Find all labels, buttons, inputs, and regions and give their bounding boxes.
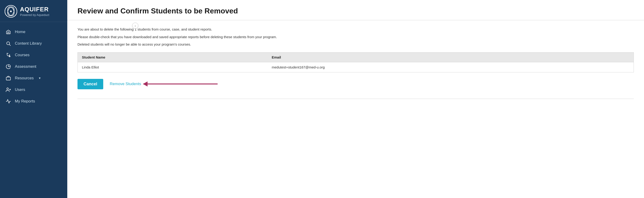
briefcase-icon [6,75,11,81]
search-icon [6,41,11,46]
bottom-divider [78,99,634,99]
sidebar-item-users[interactable]: Users [0,84,67,96]
sidebar-item-users-label: Users [15,88,25,92]
sidebar-item-content-library[interactable]: Content Library [0,38,67,49]
sidebar-item-my-reports[interactable]: My Reports [0,96,67,107]
user-plus-icon [6,87,11,93]
chart-pie-icon [6,64,11,69]
student-name-cell: Linda Elliot [78,62,268,72]
info-line-1: You are about to delete the following 1 … [78,27,634,32]
sidebar-item-assessment-label: Assessment [15,64,36,69]
arrow-head [143,82,148,87]
table-row: Linda Elliotmedutest+student167@med-u.or… [78,62,634,72]
cancel-button[interactable]: Cancel [78,79,103,89]
svg-rect-9 [6,77,10,80]
info-line-3: Deleted students will no longer be able … [78,42,634,47]
sidebar: AQUIFER Powered by Aqueduct Home Cont [0,0,67,198]
page-title: Review and Confirm Students to be Remove… [78,6,634,15]
svg-point-10 [7,88,8,90]
svg-point-3 [10,11,12,12]
sidebar-item-content-library-label: Content Library [15,41,42,46]
remove-students-with-arrow: Remove Students [110,82,218,86]
action-row: Cancel Remove Students [78,79,634,89]
resources-chevron-icon: ▼ [38,77,41,80]
sidebar-item-home-label: Home [15,30,25,34]
sidebar-item-resources[interactable]: Resources ▼ [0,72,67,84]
stethoscope-icon [6,52,11,58]
arrow-indicator [143,84,218,85]
sidebar-item-courses[interactable]: Courses [0,49,67,61]
remove-students-link[interactable]: Remove Students [110,82,141,86]
svg-line-5 [9,44,10,46]
logo-title: AQUIFER [20,6,49,13]
home-icon [6,29,11,35]
sidebar-logo: AQUIFER Powered by Aqueduct [0,0,67,22]
sidebar-item-assessment[interactable]: Assessment [0,61,67,72]
table-header-email: Email [268,52,634,62]
student-email-cell: medutest+student167@med-u.org [268,62,634,72]
chart-line-icon [6,99,11,104]
table-header-name: Student Name [78,52,268,62]
sidebar-item-courses-label: Courses [15,53,30,57]
main-content: ‹ Review and Confirm Students to be Remo… [67,0,644,198]
sidebar-item-resources-label: Resources [15,76,34,81]
logo-subtitle: Powered by Aqueduct [20,13,49,17]
info-line-2: Please double-check that you have downlo… [78,34,634,40]
arrow-line [143,84,218,85]
page-body: You are about to delete the following 1 … [67,20,644,105]
page-header: Review and Confirm Students to be Remove… [67,0,644,20]
sidebar-item-my-reports-label: My Reports [15,99,35,104]
sidebar-navigation: Home Content Library [0,24,67,198]
logo-text: AQUIFER Powered by Aqueduct [20,6,49,17]
sidebar-item-home[interactable]: Home [0,26,67,38]
students-table: Student Name Email Linda Elliotmedutest+… [78,52,634,72]
aquifer-logo-icon [5,5,17,17]
sidebar-toggle-button[interactable]: ‹ [132,23,138,29]
